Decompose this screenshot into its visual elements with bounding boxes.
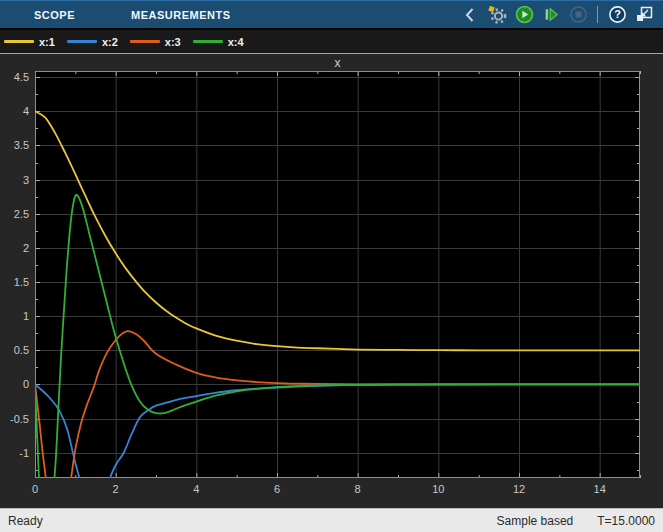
plot-panel: 02468101214-1-0.500.511.522.533.544.5x	[0, 53, 663, 508]
y-tick-label: 0	[23, 378, 29, 390]
legend-label: x:4	[228, 36, 244, 48]
step-forward-icon	[542, 5, 561, 24]
x-tick-label: 8	[355, 483, 361, 495]
legend-label: x:2	[102, 36, 118, 48]
legend-item[interactable]: x:3	[130, 36, 181, 48]
collapse-toolstrip-button[interactable]	[460, 5, 480, 25]
y-tick-label: 1.5	[14, 276, 29, 288]
x-tick-label: 0	[32, 483, 38, 495]
help-button[interactable]: ?	[607, 5, 627, 25]
chevron-left-icon	[464, 7, 476, 23]
stop-button	[568, 5, 588, 25]
toolstrip-tabs: SCOPE MEASUREMENTS	[0, 9, 231, 21]
y-tick-label: 3.5	[14, 139, 29, 151]
simulation-settings-button[interactable]	[487, 5, 507, 25]
legend-swatch	[67, 40, 97, 43]
tab-measurements[interactable]: MEASUREMENTS	[131, 9, 231, 21]
legend-item[interactable]: x:4	[193, 36, 244, 48]
step-forward-button[interactable]	[541, 5, 561, 25]
y-tick-label: 2	[23, 242, 29, 254]
toolbar-divider	[597, 6, 598, 23]
y-tick-label: 1	[23, 310, 29, 322]
run-icon	[515, 5, 534, 24]
status-bar: Ready Sample based T=15.0000	[0, 508, 663, 532]
status-text: Ready	[8, 514, 43, 528]
x-tick-label: 4	[193, 483, 199, 495]
legend-item[interactable]: x:1	[4, 36, 55, 48]
run-button[interactable]	[514, 5, 534, 25]
x-tick-label: 14	[594, 483, 606, 495]
x-tick-label: 6	[274, 483, 280, 495]
scope-plot: 02468101214-1-0.500.511.522.533.544.5x	[0, 54, 663, 509]
status-right-group: Sample based T=15.0000	[497, 514, 655, 528]
pop-out-icon	[635, 5, 654, 24]
plot-title: x	[335, 56, 341, 70]
legend-swatch	[130, 40, 160, 43]
gear-icon	[487, 5, 507, 24]
legend-label: x:1	[39, 36, 55, 48]
tab-scope[interactable]: SCOPE	[34, 9, 75, 21]
scope-window: SCOPE MEASUREMENTS	[0, 0, 663, 532]
y-tick-label: 2.5	[14, 208, 29, 220]
y-tick-label: 4.5	[14, 71, 29, 83]
svg-text:?: ?	[614, 8, 621, 20]
legend-item[interactable]: x:2	[67, 36, 118, 48]
y-tick-label: 0.5	[14, 344, 29, 356]
y-tick-label: 3	[23, 174, 29, 186]
plot-background	[35, 71, 640, 478]
legend-swatch	[193, 40, 223, 43]
x-tick-label: 12	[513, 483, 525, 495]
help-icon: ?	[608, 5, 627, 24]
x-tick-label: 10	[432, 483, 444, 495]
y-tick-label: 4	[23, 105, 29, 117]
legend-swatch	[4, 40, 34, 43]
legend: x:1x:2x:3x:4	[0, 28, 663, 53]
legend-label: x:3	[165, 36, 181, 48]
y-tick-label: -1	[19, 447, 29, 459]
toolstrip-tools: ?	[460, 5, 663, 25]
stop-icon	[569, 5, 588, 24]
y-tick-label: -0.5	[10, 413, 29, 425]
sim-time-text: T=15.0000	[597, 514, 655, 528]
sample-mode-text: Sample based	[497, 514, 574, 528]
toolstrip: SCOPE MEASUREMENTS	[0, 0, 663, 28]
x-tick-label: 2	[113, 483, 119, 495]
dock-button[interactable]	[634, 5, 654, 25]
